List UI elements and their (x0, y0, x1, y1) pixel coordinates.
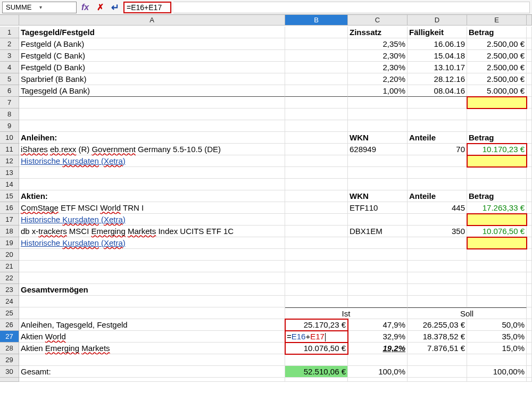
cell-D13[interactable] (408, 167, 467, 179)
row-header-3[interactable]: 3 (0, 50, 19, 62)
cell-C21[interactable] (348, 261, 408, 272)
cell-C7[interactable] (348, 97, 408, 108)
cell-A11[interactable]: iShares eb.rexx (R) Government Germany 5… (19, 144, 285, 155)
formula-input[interactable]: =E16+E17 (123, 2, 171, 13)
cell-B30[interactable]: 52.510,06 € (285, 366, 348, 378)
cell-C27[interactable]: 32,9% (348, 331, 408, 343)
row-header-11[interactable]: 11 (0, 144, 19, 155)
cell-D11[interactable]: 70 (408, 144, 467, 155)
cell-D21[interactable] (408, 261, 467, 272)
cell-B17[interactable] (285, 214, 348, 226)
cell-E11[interactable]: 10.170,23 € (467, 144, 527, 155)
cell-B16[interactable] (285, 202, 348, 214)
cell-A28[interactable]: Aktien Emerging Markets (19, 343, 285, 354)
cell-B7[interactable] (285, 97, 348, 108)
cell-B4[interactable] (285, 62, 348, 73)
row-header-12[interactable]: 12 (0, 155, 19, 167)
cell-D15[interactable]: Anteile (408, 190, 467, 202)
cell-A27[interactable]: Aktien World (19, 331, 285, 343)
cell-A23[interactable]: Gesamtvermögen (19, 284, 285, 296)
cell-C17[interactable] (348, 214, 408, 226)
cell-A26[interactable]: Anleihen, Tagesgeld, Festgeld (19, 319, 285, 331)
cell-B15[interactable] (285, 190, 348, 202)
cell-E20[interactable] (467, 249, 527, 261)
cell-B20[interactable] (285, 249, 348, 261)
cell-E19[interactable] (467, 237, 527, 249)
cell-A19[interactable]: Historische Kursdaten (Xetra) (19, 237, 285, 249)
cell-E4[interactable]: 2.500,00 € (467, 62, 527, 73)
row-header-23[interactable]: 23 (0, 284, 19, 296)
cell-B13[interactable] (285, 167, 348, 179)
cancel-button[interactable]: ✗ (94, 2, 106, 13)
cell-B26[interactable]: 25.170,23 € (285, 319, 348, 331)
cell-C6[interactable]: 1,00% (348, 85, 408, 97)
cell-B21[interactable] (285, 261, 348, 272)
cell-E14[interactable] (467, 179, 527, 190)
cell-E18[interactable]: 10.076,50 € (467, 226, 527, 237)
select-all-corner[interactable] (0, 15, 19, 26)
cell-B6[interactable] (285, 85, 348, 97)
cell-C3[interactable]: 2,30% (348, 50, 408, 62)
cell-A18[interactable]: db x-trackers MSCI Emerging Markets Inde… (19, 226, 285, 237)
cell-C30[interactable]: 100,0% (348, 366, 408, 378)
cell-D22[interactable] (408, 272, 467, 284)
cell-B12[interactable] (285, 155, 348, 167)
cell-E5[interactable]: 2.500,00 € (467, 73, 527, 85)
cell-A14[interactable] (19, 179, 285, 190)
accept-button[interactable]: ↵ (109, 2, 121, 13)
cell-A9[interactable] (19, 120, 285, 132)
cell-B23[interactable] (285, 284, 348, 296)
cell-E26[interactable]: 50,0% (467, 319, 527, 331)
cell-D2[interactable]: 16.06.19 (408, 38, 467, 50)
row-header-24[interactable]: 24 (0, 296, 19, 307)
cell-C12[interactable] (348, 155, 408, 167)
cell-B2[interactable] (285, 38, 348, 50)
cell-D6[interactable]: 08.04.16 (408, 85, 467, 97)
cell-D12[interactable] (408, 155, 467, 167)
row-header-22[interactable]: 22 (0, 272, 19, 284)
cell-A22[interactable] (19, 272, 285, 284)
row-header-29[interactable]: 29 (0, 354, 19, 366)
cell-E15[interactable]: Betrag (467, 190, 527, 202)
cell-C28[interactable]: 19,2% (348, 343, 408, 354)
cell-D23[interactable] (408, 284, 467, 296)
cell-C13[interactable] (348, 167, 408, 179)
name-box[interactable]: SUMME ▾ (2, 2, 77, 13)
cell-C26[interactable]: 47,9% (348, 319, 408, 331)
cell-B11[interactable] (285, 144, 348, 155)
cell-E2[interactable]: 2.500,00 € (467, 38, 527, 50)
cell-C24[interactable] (348, 296, 408, 307)
cell-C16[interactable]: ETF110 (348, 202, 408, 214)
cell-D10[interactable]: Anteile (408, 132, 467, 144)
cell-C22[interactable] (348, 272, 408, 284)
row-header-26[interactable]: 26 (0, 319, 19, 331)
cell-E13[interactable] (467, 167, 527, 179)
cell-C4[interactable]: 2,30% (348, 62, 408, 73)
row-header-8[interactable]: 8 (0, 108, 19, 120)
cell-A25[interactable] (19, 307, 285, 319)
row-header-25[interactable]: 25 (0, 307, 19, 319)
formula-input-rest[interactable] (173, 2, 530, 13)
cell-D16[interactable]: 445 (408, 202, 467, 214)
cell-D25[interactable]: Soll (408, 307, 527, 319)
cell-D20[interactable] (408, 249, 467, 261)
cell-C14[interactable] (348, 179, 408, 190)
col-header-B[interactable]: B (285, 15, 348, 26)
cell-D14[interactable] (408, 179, 467, 190)
cell-E24[interactable] (467, 296, 527, 307)
cell-B10[interactable] (285, 132, 348, 144)
cell-D9[interactable] (408, 120, 467, 132)
spreadsheet-grid[interactable]: A B C D E 1Tagesgeld/FestgeldZinssatzFäl… (0, 15, 532, 389)
row-header-6[interactable]: 6 (0, 85, 19, 97)
row-header-19[interactable]: 19 (0, 237, 19, 249)
cell-C15[interactable]: WKN (348, 190, 408, 202)
cell-A24[interactable] (19, 296, 285, 307)
cell-E7[interactable] (467, 97, 527, 108)
row-header-4[interactable]: 4 (0, 62, 19, 73)
function-wizard-button[interactable]: fx (79, 2, 92, 13)
cell-B25[interactable]: Ist (285, 307, 408, 319)
cell-D8[interactable] (408, 108, 467, 120)
cell-A12[interactable]: Historische Kursdaten (Xetra) (19, 155, 285, 167)
row-header-30[interactable]: 30 (0, 366, 19, 378)
cell-A8[interactable] (19, 108, 285, 120)
